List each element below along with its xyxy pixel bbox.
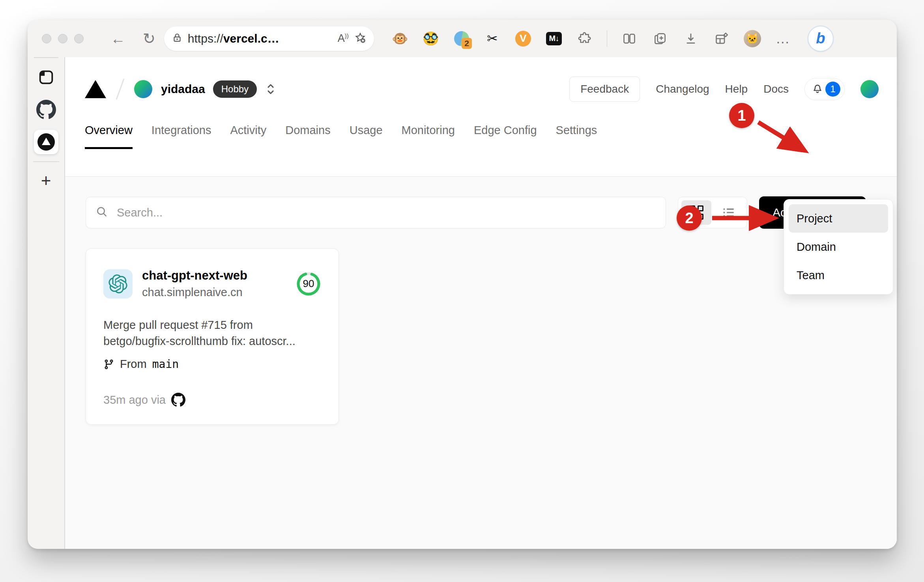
project-domain[interactable]: chat.simplenaive.cn [142, 286, 247, 299]
more-options-icon[interactable]: … [774, 30, 792, 47]
project-name[interactable]: chat-gpt-next-web [142, 269, 247, 283]
collections-icon[interactable] [713, 30, 730, 47]
add-new-dropdown: Project Domain Team [784, 199, 893, 295]
deploy-meta: 35m ago via [103, 394, 166, 407]
duplicate-tab-icon[interactable] [651, 30, 669, 47]
tab-overview[interactable]: Overview [85, 124, 133, 149]
help-link[interactable]: Help [725, 83, 748, 95]
v-extension-icon[interactable]: V [514, 30, 532, 47]
latest-commit-message: Merge pull request #715 from betgo/bugfi… [103, 317, 321, 349]
browser-account-avatar[interactable]: 🐱 [744, 30, 761, 47]
extension-badge: 2 [462, 38, 472, 48]
sidebar-tab-vercel-active[interactable] [28, 130, 64, 154]
lighthouse-score-ring: 90 [296, 271, 321, 297]
changelog-link[interactable]: Changelog [656, 83, 709, 95]
sidebar-tab-github[interactable] [28, 100, 64, 119]
circle-extension-icon[interactable]: 2 [453, 30, 470, 47]
project-icon-tile [103, 269, 133, 298]
project-search[interactable] [86, 197, 666, 228]
notification-count-badge: 1 [825, 82, 840, 97]
face-extension-icon[interactable]: 🥸 [422, 30, 440, 47]
tab-integrations[interactable]: Integrations [152, 124, 211, 149]
url-text: https://vercel.c… [188, 32, 332, 45]
user-avatar[interactable] [860, 80, 879, 98]
openai-icon [108, 274, 127, 293]
vercel-tab-icon [37, 133, 55, 151]
back-icon[interactable]: ← [110, 31, 125, 46]
annotation-arrow-1 [750, 116, 817, 160]
browser-toolbar: ← ↻ https://vercel.c… A)) 🐵 🥸 2 ✂ [28, 20, 897, 57]
dropdown-item-project[interactable]: Project [789, 204, 888, 233]
downloads-icon[interactable] [682, 30, 700, 47]
annotation-step-2-badge: 2 [677, 205, 702, 231]
scissors-extension-icon[interactable]: ✂ [484, 30, 501, 47]
annotation-arrow-2 [707, 205, 782, 231]
browser-sidebar: + [28, 57, 64, 549]
branch-row: From main [103, 358, 321, 371]
reader-mode-icon[interactable]: A)) [338, 32, 349, 45]
team-switcher-icon[interactable] [265, 82, 277, 96]
vercel-logo-icon[interactable] [85, 80, 106, 98]
zoom-window-button[interactable] [74, 34, 84, 43]
dashboard-body: Add New... chat-gpt-next-web chat.simple… [65, 176, 897, 549]
tab-settings[interactable]: Settings [556, 124, 597, 149]
tab-activity[interactable]: Activity [230, 124, 266, 149]
team-avatar[interactable] [134, 80, 152, 98]
address-bar[interactable]: https://vercel.c… A)) [164, 26, 374, 51]
screen: ← ↻ https://vercel.c… A)) 🐵 🥸 2 ✂ [0, 0, 924, 582]
branch-prefix-label: From [120, 358, 147, 371]
extension-row: 🐵 🥸 2 ✂ V M↓ [391, 26, 881, 52]
github-icon [171, 393, 185, 407]
minimize-window-button[interactable] [58, 34, 67, 43]
breadcrumb-slash [116, 78, 125, 100]
sidebar-separator [34, 57, 58, 58]
tampermonkey-extension-icon[interactable]: 🐵 [391, 30, 409, 47]
close-window-button[interactable] [42, 34, 51, 43]
favorite-star-icon[interactable] [354, 32, 366, 45]
new-tab-button[interactable]: + [28, 171, 64, 190]
tab-edge-config[interactable]: Edge Config [474, 124, 537, 149]
refresh-icon[interactable]: ↻ [143, 31, 155, 46]
tab-monitoring[interactable]: Monitoring [402, 124, 455, 149]
git-branch-icon [103, 359, 114, 370]
bell-icon [811, 82, 824, 96]
extensions-puzzle-icon[interactable] [576, 30, 593, 47]
avatar-photo: 🐱 [744, 30, 761, 47]
markdown-extension-icon[interactable]: M↓ [545, 30, 563, 47]
tab-panel-icon[interactable] [28, 68, 64, 86]
markdown-extension-glyph: M↓ [546, 32, 562, 45]
split-screen-icon[interactable] [621, 30, 638, 47]
project-card[interactable]: chat-gpt-next-web chat.simplenaive.cn 90… [86, 248, 339, 425]
dropdown-item-domain[interactable]: Domain [789, 233, 888, 261]
lock-icon [172, 33, 182, 45]
score-value: 90 [296, 271, 321, 297]
dashboard-header: yidadaa Hobby Feedback Changelog Help Do… [65, 57, 897, 111]
bing-chat-icon[interactable]: b [808, 26, 834, 52]
docs-link[interactable]: Docs [763, 83, 789, 95]
notifications-button[interactable]: 1 [804, 78, 845, 100]
search-icon [95, 205, 108, 220]
tab-usage[interactable]: Usage [350, 124, 383, 149]
sidebar-divider [33, 161, 59, 162]
v-extension-glyph: V [515, 31, 531, 47]
branch-name[interactable]: main [152, 358, 179, 371]
traffic-lights [42, 34, 84, 43]
search-input[interactable] [116, 206, 656, 220]
team-name[interactable]: yidadaa [161, 82, 205, 96]
toolbar-divider [607, 30, 607, 47]
browser-window: ← ↻ https://vercel.c… A)) 🐵 🥸 2 ✂ [28, 20, 897, 549]
tab-domains[interactable]: Domains [285, 124, 330, 149]
feedback-button[interactable]: Feedback [569, 76, 640, 102]
plan-badge: Hobby [213, 80, 257, 98]
dropdown-item-team[interactable]: Team [789, 261, 888, 289]
